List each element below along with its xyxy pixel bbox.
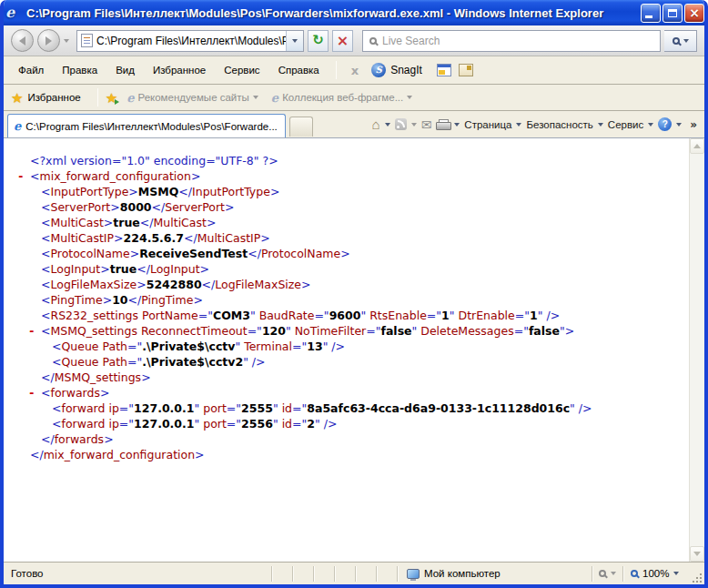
suggested-sites-dropdown[interactable]: [253, 96, 258, 99]
content-area: <?xml version="1.0" encoding="UTF-8" ?>-…: [4, 138, 704, 562]
read-mail-icon[interactable]: [421, 118, 432, 131]
security-report-dropdown[interactable]: [611, 572, 616, 575]
scroll-down-button[interactable]: [690, 546, 704, 562]
xml-markup: <: [41, 231, 50, 245]
snagit-profile-icon[interactable]: [459, 64, 473, 76]
recent-pages-dropdown[interactable]: [64, 39, 69, 43]
zoom-dropdown[interactable]: [673, 572, 679, 575]
xml-value: 10: [112, 293, 127, 307]
help-dropdown[interactable]: [676, 123, 682, 127]
zoom-control[interactable]: 100%: [622, 566, 692, 582]
back-button[interactable]: [11, 29, 34, 52]
snagit-button[interactable]: SnagIt: [366, 63, 428, 77]
search-go-button[interactable]: [664, 30, 697, 52]
menu-view[interactable]: Вид: [106, 61, 144, 79]
xml-markup: =": [292, 401, 307, 415]
xml-markup: <: [30, 169, 39, 183]
xml-name: MultiCast: [154, 216, 207, 229]
favorites-button[interactable]: Избранное: [27, 92, 80, 103]
forward-button[interactable]: [37, 29, 60, 52]
xml-markup: =": [314, 309, 329, 322]
xml-value: false: [529, 324, 560, 338]
xml-markup: ">: [560, 324, 574, 338]
xml-markup: ": [273, 401, 282, 415]
web-slices-dropdown[interactable]: [407, 96, 412, 99]
add-favorite-icon[interactable]: [106, 91, 119, 105]
stop-button[interactable]: ×: [332, 30, 353, 52]
print-dropdown[interactable]: [454, 123, 460, 127]
suggested-sites-item[interactable]: Рекомендуемые сайты: [137, 92, 248, 103]
title-bar[interactable]: C:\Program Files\Интеллект\Modules\Pos\F…: [0, 0, 708, 25]
snagit-capture-window-icon[interactable]: [437, 64, 451, 76]
xml-name: LogFileMaxSize: [215, 278, 301, 291]
xml-value: 1: [530, 309, 538, 322]
tools-menu-dropdown[interactable]: [648, 123, 653, 127]
menu-edit[interactable]: Правка: [53, 61, 106, 79]
scroll-up-button[interactable]: [690, 138, 704, 154]
xml-value: 8000: [120, 200, 152, 214]
xml-line: <forward ip="127.0.0.1" port="2556" id="…: [4, 416, 689, 431]
refresh-button[interactable]: ↻: [308, 30, 329, 52]
home-dropdown[interactable]: [385, 123, 390, 127]
safety-menu-dropdown[interactable]: [598, 123, 603, 127]
menu-file[interactable]: Файл: [9, 61, 53, 79]
xml-markup: =": [119, 417, 134, 431]
xml-line: <?xml version="1.0" encoding="UTF-8" ?>: [4, 153, 689, 168]
xml-name: Queue: [61, 340, 98, 353]
search-box[interactable]: [362, 30, 661, 52]
window-controls: ×: [641, 4, 704, 23]
page-menu-dropdown[interactable]: [516, 123, 521, 127]
xml-markup: <?xml version="1.0" encoding="UTF-8" ?>: [30, 154, 278, 167]
stop-icon: ×: [337, 34, 349, 48]
snagit-close-icon[interactable]: x: [344, 65, 366, 76]
security-report-icon: [599, 570, 606, 577]
forward-arrow-icon: [46, 36, 52, 46]
print-icon[interactable]: [436, 119, 450, 130]
page-menu-button[interactable]: Страница: [464, 119, 511, 130]
xml-markup: " />: [243, 355, 265, 369]
xml-name: PortName: [142, 309, 198, 322]
xml-markup: =": [248, 324, 262, 338]
security-report-button[interactable]: [592, 566, 622, 582]
my-computer-icon: [407, 569, 420, 579]
collapse-toggle[interactable]: -: [28, 385, 41, 400]
web-slices-item[interactable]: Коллекция веб-фрагме...: [282, 92, 403, 103]
xml-markup: >: [195, 448, 204, 461]
collapse-toggle[interactable]: -: [17, 168, 30, 184]
xml-markup: >: [103, 293, 112, 307]
security-zone-label: Мой компьютер: [424, 568, 501, 579]
menu-tools[interactable]: Сервис: [215, 61, 268, 79]
address-text[interactable]: C:\Program Files\Интеллект\Modules\Pos\F…: [96, 35, 286, 47]
search-options-dropdown[interactable]: [683, 39, 689, 43]
xml-name: PingTime: [50, 293, 102, 307]
xml-name: Queue: [61, 355, 98, 369]
help-icon[interactable]: [658, 117, 672, 131]
address-bar[interactable]: C:\Program Files\Интеллект\Modules\Pos\F…: [76, 30, 304, 52]
rss-feeds-icon[interactable]: [395, 118, 407, 130]
xml-name: DeleteMessages: [420, 324, 513, 338]
tools-menu-button[interactable]: Сервис: [608, 119, 643, 130]
xml-name: MultiCast: [50, 216, 103, 229]
collapse-toggle[interactable]: -: [28, 323, 41, 339]
favorites-star-icon[interactable]: [11, 91, 23, 105]
new-tab-button[interactable]: [289, 117, 313, 137]
safety-menu-button[interactable]: Безопасность: [526, 119, 592, 130]
vertical-scrollbar[interactable]: [689, 138, 704, 562]
tab-active[interactable]: C:\Program Files\Интеллект\Modules\Pos\F…: [7, 114, 286, 137]
home-icon[interactable]: [372, 117, 380, 131]
xml-name: id: [282, 417, 292, 431]
refresh-icon: ↻: [312, 34, 324, 47]
menu-favorites[interactable]: Избранное: [144, 61, 215, 79]
minimize-button[interactable]: [641, 4, 661, 23]
menu-help[interactable]: Справка: [269, 61, 329, 79]
xml-value: 2556: [241, 417, 273, 431]
xml-value: MSMQ: [138, 185, 179, 198]
address-dropdown-button[interactable]: [286, 31, 303, 51]
xml-name: port: [203, 401, 227, 415]
rss-dropdown[interactable]: [411, 123, 417, 127]
toolbar-overflow-chevron[interactable]: [690, 117, 697, 130]
close-button[interactable]: ×: [684, 4, 704, 23]
maximize-button[interactable]: [662, 4, 683, 23]
search-input[interactable]: [382, 32, 660, 50]
resize-grip[interactable]: [692, 563, 704, 585]
